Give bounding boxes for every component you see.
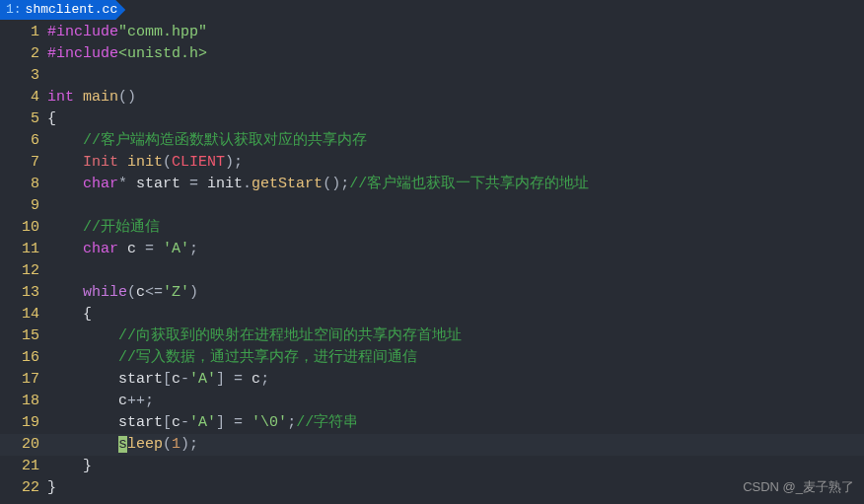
code-token <box>47 414 118 431</box>
code-line[interactable]: 5{ <box>0 108 864 130</box>
line-content[interactable]: { <box>47 304 864 325</box>
code-token: //字符串 <box>296 414 358 431</box>
code-token: "comm.hpp" <box>118 24 207 40</box>
code-line[interactable]: 7 Init init(CLIENT); <box>0 152 864 174</box>
line-content[interactable]: char* start = init.getStart();//客户端也获取一下… <box>47 174 864 195</box>
line-content[interactable]: c++; <box>47 391 864 412</box>
code-line[interactable]: 8 char* start = init.getStart();//客户端也获取… <box>0 174 864 195</box>
code-token: c <box>136 284 145 301</box>
code-line[interactable]: 4int main() <box>0 87 864 108</box>
line-content[interactable]: { <box>47 108 864 130</box>
code-token <box>47 132 83 149</box>
line-number: 17 <box>0 369 47 391</box>
code-token: ( <box>163 436 172 453</box>
code-token: c <box>252 371 260 388</box>
code-token <box>47 176 83 192</box>
line-number: 18 <box>0 391 47 412</box>
code-token: char <box>83 241 127 257</box>
line-content[interactable]: while(c<='Z') <box>47 282 864 304</box>
code-token: - <box>180 371 189 388</box>
line-number: 16 <box>0 347 47 369</box>
line-content[interactable]: //写入数据，通过共享内存，进行进程间通信 <box>47 347 864 369</box>
watermark-text: CSDN @_麦子熟了 <box>743 476 854 498</box>
line-number: 6 <box>0 130 47 152</box>
code-token <box>47 284 83 301</box>
line-number: 1 <box>0 22 47 43</box>
code-token: ); <box>225 154 243 171</box>
code-line[interactable]: 12 <box>0 260 864 282</box>
line-content[interactable]: } <box>47 477 864 499</box>
code-token: #include <box>47 45 118 62</box>
code-token: char <box>83 176 118 192</box>
code-token: <= <box>145 284 163 301</box>
code-token: ; <box>287 414 296 431</box>
line-content[interactable]: } <box>47 456 864 477</box>
line-number: 3 <box>0 65 47 87</box>
code-line[interactable]: 21 } <box>0 456 864 477</box>
line-number: 5 <box>0 108 47 130</box>
file-tab[interactable]: 1: shmclient.cc <box>0 0 125 20</box>
code-line[interactable]: 6 //客户端构造函数默认获取对应的共享内存 <box>0 130 864 152</box>
code-token: //客户端也获取一下共享内存的地址 <box>349 176 589 192</box>
line-number: 15 <box>0 325 47 347</box>
code-token <box>47 219 83 236</box>
code-token: #include <box>47 24 118 40</box>
line-number: 20 <box>0 434 47 456</box>
code-token <box>47 154 83 171</box>
line-content[interactable]: #include<unistd.h> <box>47 43 864 65</box>
code-token: //开始通信 <box>83 219 160 236</box>
line-content[interactable]: #include"comm.hpp" <box>47 22 864 43</box>
code-token: while <box>83 284 127 301</box>
code-token: [ <box>163 414 172 431</box>
code-token: 1 <box>172 436 180 453</box>
code-area[interactable]: 1#include"comm.hpp"2#include<unistd.h>34… <box>0 22 864 504</box>
line-content[interactable]: start[c-'A'] = c; <box>47 369 864 391</box>
code-line[interactable]: 20 sleep(1); <box>0 434 864 456</box>
line-number: 10 <box>0 217 47 239</box>
code-token: 'A' <box>189 371 216 388</box>
line-content[interactable]: //客户端构造函数默认获取对应的共享内存 <box>47 130 864 152</box>
code-editor[interactable]: 1: shmclient.cc 1#include"comm.hpp"2#inc… <box>0 0 864 504</box>
code-token: CLIENT <box>172 154 225 171</box>
code-token: init <box>207 176 243 192</box>
line-content[interactable]: Init init(CLIENT); <box>47 152 864 174</box>
code-token: = <box>180 176 207 192</box>
code-token: { <box>47 110 56 127</box>
code-line[interactable]: 19 start[c-'A'] = '\0';//字符串 <box>0 412 864 434</box>
code-line[interactable]: 13 while(c<='Z') <box>0 282 864 304</box>
code-token: 'A' <box>163 241 189 257</box>
code-line[interactable]: 14 { <box>0 304 864 325</box>
code-token: ; <box>189 241 198 257</box>
code-line[interactable]: 2#include<unistd.h> <box>0 43 864 65</box>
code-token: ( <box>163 154 172 171</box>
line-content[interactable]: start[c-'A'] = '\0';//字符串 <box>47 412 864 434</box>
code-token: . <box>243 176 252 192</box>
line-content[interactable]: int main() <box>47 87 864 108</box>
code-line[interactable]: 15 //向获取到的映射在进程地址空间的共享内存首地址 <box>0 325 864 347</box>
code-token: ++; <box>127 393 154 409</box>
line-number: 22 <box>0 477 47 499</box>
code-line[interactable]: 17 start[c-'A'] = c; <box>0 369 864 391</box>
code-token: [ <box>163 371 172 388</box>
line-number: 7 <box>0 152 47 174</box>
code-line[interactable]: 1#include"comm.hpp" <box>0 22 864 43</box>
code-token: leep <box>127 436 163 453</box>
code-token <box>47 393 118 409</box>
code-line[interactable]: 3 <box>0 65 864 87</box>
line-content[interactable]: sleep(1); <box>47 434 864 456</box>
code-line[interactable]: 11 char c = 'A'; <box>0 239 864 260</box>
code-token: //写入数据，通过共享内存，进行进程间通信 <box>118 349 417 366</box>
line-content[interactable]: char c = 'A'; <box>47 239 864 260</box>
line-content[interactable]: //向获取到的映射在进程地址空间的共享内存首地址 <box>47 325 864 347</box>
line-number: 2 <box>0 43 47 65</box>
code-line[interactable]: 10 //开始通信 <box>0 217 864 239</box>
line-number: 21 <box>0 456 47 477</box>
code-token: int <box>47 89 83 106</box>
code-line[interactable]: 16 //写入数据，通过共享内存，进行进程间通信 <box>0 347 864 369</box>
code-token <box>47 241 83 257</box>
line-content[interactable]: //开始通信 <box>47 217 864 239</box>
line-number: 11 <box>0 239 47 260</box>
code-line[interactable]: 22} <box>0 477 864 499</box>
code-line[interactable]: 18 c++; <box>0 391 864 412</box>
code-line[interactable]: 9 <box>0 195 864 217</box>
